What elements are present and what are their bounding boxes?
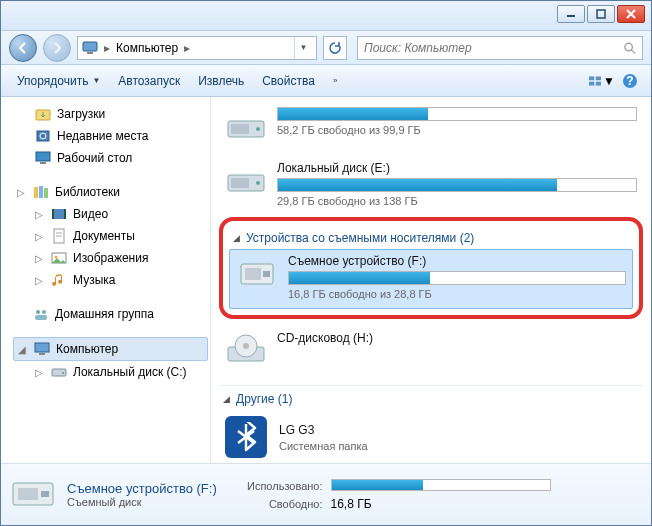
view-options-button[interactable]: ▼	[589, 69, 615, 93]
sidebar-item-desktop[interactable]: Рабочий стол	[13, 147, 208, 169]
explorer-window: ▸ Компьютер ▸ ▼ Упорядочить▼ Автозапуск …	[0, 0, 652, 526]
drive-name: CD-дисковод (H:)	[277, 331, 637, 345]
removable-drive-icon	[9, 471, 57, 519]
eject-button[interactable]: Извлечь	[190, 70, 252, 92]
removable-drive-icon	[236, 254, 278, 296]
svg-point-31	[42, 310, 46, 314]
toolbar: Упорядочить▼ Автозапуск Извлечь Свойства…	[1, 65, 651, 97]
svg-point-39	[256, 127, 260, 131]
overflow-button[interactable]: »	[325, 72, 345, 89]
pictures-icon	[51, 250, 67, 266]
drive-free-text: 58,2 ГБ свободно из 99,9 ГБ	[277, 124, 637, 136]
drive-name: Съемное устройство (F:)	[288, 254, 626, 268]
group-header-other[interactable]: ◢Другие (1)	[219, 385, 643, 410]
drive-free-text: 29,8 ГБ свободно из 138 ГБ	[277, 195, 637, 207]
sidebar-item-pictures[interactable]: ▷Изображения	[13, 247, 208, 269]
svg-rect-1	[597, 10, 605, 18]
desktop-icon	[35, 150, 51, 166]
minimize-button[interactable]	[557, 5, 585, 23]
svg-rect-21	[44, 188, 48, 198]
svg-point-48	[243, 343, 249, 349]
address-row: ▸ Компьютер ▸ ▼	[1, 31, 651, 65]
details-subtitle: Съемный диск	[67, 496, 237, 508]
nav-forward-button[interactable]	[43, 34, 71, 62]
video-icon	[51, 206, 67, 222]
svg-rect-51	[41, 491, 49, 497]
documents-icon	[51, 228, 67, 244]
drive-free-text: 16,8 ГБ свободно из 28,8 ГБ	[288, 288, 626, 300]
search-icon	[623, 41, 636, 55]
sidebar-item-downloads[interactable]: Загрузки	[13, 103, 208, 125]
device-name: LG G3	[279, 423, 368, 437]
free-value: 16,8 ГБ	[331, 497, 551, 511]
svg-rect-38	[231, 124, 249, 134]
breadcrumb[interactable]: ▸ Компьютер ▸ ▼	[77, 36, 317, 60]
svg-rect-23	[52, 209, 54, 219]
organize-button[interactable]: Упорядочить▼	[9, 70, 108, 92]
drive-item-removable-f[interactable]: Съемное устройство (F:) 16,8 ГБ свободно…	[229, 249, 633, 309]
properties-button[interactable]: Свойства	[254, 70, 323, 92]
drive-name: Локальный диск (E:)	[277, 161, 637, 175]
close-button[interactable]	[617, 5, 645, 23]
music-icon	[51, 272, 67, 288]
svg-point-30	[36, 310, 40, 314]
refresh-button[interactable]	[323, 36, 347, 60]
svg-rect-41	[231, 178, 249, 188]
device-item-lg-g3[interactable]: LG G3 Системная папка	[219, 410, 643, 463]
svg-rect-9	[596, 76, 601, 80]
sidebar-item-homegroup[interactable]: Домашняя группа	[13, 303, 208, 325]
usage-bar-fill	[278, 108, 428, 120]
free-label: Свободно:	[247, 498, 323, 510]
breadcrumb-dropdown[interactable]: ▼	[294, 37, 312, 59]
group-header-removable[interactable]: ◢Устройства со съемными носителями (2)	[229, 225, 633, 249]
libraries-icon	[33, 184, 49, 200]
search-input[interactable]	[364, 41, 619, 55]
highlight-annotation: ◢Устройства со съемными носителями (2) С…	[219, 217, 643, 319]
svg-rect-20	[39, 186, 43, 198]
sidebar-item-music[interactable]: ▷Музыка	[13, 269, 208, 291]
svg-rect-8	[589, 76, 594, 80]
sidebar-item-recent[interactable]: Недавние места	[13, 125, 208, 147]
homegroup-icon	[33, 306, 49, 322]
drive-icon	[51, 364, 67, 380]
search-box[interactable]	[357, 36, 643, 60]
chevron-right-icon: ▸	[182, 41, 192, 55]
svg-text:?: ?	[626, 74, 633, 88]
svg-rect-45	[263, 271, 270, 277]
device-subtitle: Системная папка	[279, 440, 368, 452]
svg-point-36	[62, 372, 64, 374]
sidebar-item-computer[interactable]: ◢Компьютер	[13, 337, 208, 361]
used-label: Использовано:	[247, 480, 323, 492]
help-button[interactable]: ?	[617, 69, 643, 93]
drive-item[interactable]: 58,2 ГБ свободно из 99,9 ГБ	[219, 103, 643, 157]
drive-icon	[225, 107, 267, 149]
autoplay-button[interactable]: Автозапуск	[110, 70, 188, 92]
details-title: Съемное устройство (F:)	[67, 481, 237, 496]
svg-point-42	[256, 181, 260, 185]
content-pane: 58,2 ГБ свободно из 99,9 ГБ Локальный ди…	[211, 97, 651, 463]
recent-icon	[35, 128, 51, 144]
svg-rect-32	[35, 315, 47, 320]
nav-back-button[interactable]	[9, 34, 37, 62]
titlebar	[1, 1, 651, 31]
svg-point-29	[55, 256, 58, 259]
svg-rect-11	[596, 81, 601, 85]
sidebar-item-video[interactable]: ▷Видео	[13, 203, 208, 225]
bluetooth-icon	[225, 416, 267, 458]
drive-item-cd[interactable]: CD-дисковод (H:)	[219, 327, 643, 381]
downloads-icon	[35, 106, 51, 122]
sidebar-item-documents[interactable]: ▷Документы	[13, 225, 208, 247]
svg-rect-33	[35, 343, 49, 352]
sidebar-item-libraries[interactable]: ▷Библиотеки	[13, 181, 208, 203]
sidebar-item-local-c[interactable]: ▷Локальный диск (C:)	[13, 361, 208, 383]
svg-rect-44	[245, 268, 261, 280]
svg-rect-4	[83, 42, 97, 51]
svg-line-7	[631, 49, 635, 53]
svg-rect-5	[87, 52, 93, 54]
drive-item-e[interactable]: Локальный диск (E:) 29,8 ГБ свободно из …	[219, 157, 643, 215]
svg-rect-10	[589, 81, 594, 85]
cd-drive-icon	[225, 331, 267, 373]
maximize-button[interactable]	[587, 5, 615, 23]
computer-icon	[82, 40, 98, 56]
breadcrumb-item[interactable]: Компьютер	[116, 41, 178, 55]
